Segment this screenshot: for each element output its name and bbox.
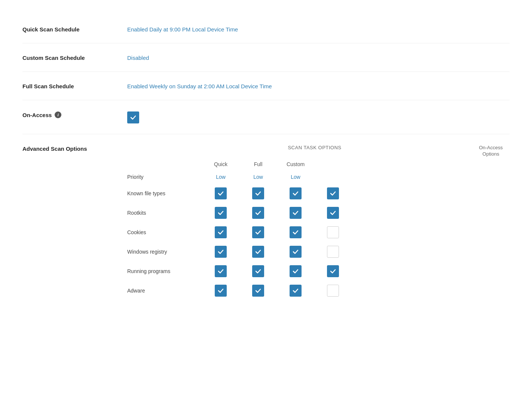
table-row: Known file types <box>127 184 510 203</box>
on-access-checkbox[interactable] <box>127 111 139 123</box>
on-access-info-icon[interactable]: i <box>55 111 61 118</box>
table-row: Cookies <box>127 223 510 242</box>
cell-quick <box>202 226 239 238</box>
check-icon <box>217 248 224 255</box>
row-label: Adware <box>127 288 202 294</box>
checkbox-checked[interactable] <box>290 285 302 297</box>
cell-on-access <box>314 207 352 219</box>
row-label: Running programs <box>127 268 202 274</box>
check-icon <box>292 190 299 197</box>
checkbox-empty[interactable] <box>327 246 339 258</box>
quick-scan-row: Quick Scan Schedule Enabled Daily at 9:0… <box>22 15 510 43</box>
check-icon <box>217 268 224 275</box>
cell-quick <box>202 207 239 219</box>
checkbox-checked[interactable] <box>327 207 339 219</box>
row-label: Cookies <box>127 229 202 235</box>
checkbox-checked[interactable] <box>327 187 339 199</box>
cell-custom <box>277 226 314 238</box>
cell-custom <box>277 265 314 277</box>
col-header-custom: Custom <box>277 161 314 167</box>
table-row: Priority Low Low Low <box>127 170 510 184</box>
checkbox-checked[interactable] <box>215 265 227 277</box>
cell-full <box>239 187 277 199</box>
checkbox-checked[interactable] <box>215 207 227 219</box>
check-icon <box>292 229 299 236</box>
checkbox-checked[interactable] <box>327 265 339 277</box>
check-icon <box>130 114 137 121</box>
advanced-scan-table: SCAN TASK OPTIONS On-Access Options Quic… <box>127 145 510 300</box>
checkbox-checked[interactable] <box>290 226 302 238</box>
checkbox-checked[interactable] <box>252 246 264 258</box>
cell-on-access <box>314 285 352 297</box>
col-header-full: Full <box>239 161 277 167</box>
checkbox-checked[interactable] <box>252 187 264 199</box>
check-icon <box>255 287 262 294</box>
custom-scan-row: Custom Scan Schedule Disabled <box>22 43 510 72</box>
check-icon <box>255 209 262 216</box>
table-row: Rootkits <box>127 203 510 223</box>
data-rows-container: Priority Low Low Low Known file types <box>127 170 510 300</box>
full-scan-value[interactable]: Enabled Weekly on Sunday at 2:00 AM Loca… <box>127 82 510 89</box>
checkbox-checked[interactable] <box>290 207 302 219</box>
check-icon <box>217 287 224 294</box>
checkbox-checked[interactable] <box>252 285 264 297</box>
cell-full <box>239 226 277 238</box>
cell-custom <box>277 285 314 297</box>
row-label: Windows registry <box>127 249 202 255</box>
check-icon <box>292 248 299 255</box>
check-icon <box>217 209 224 216</box>
cell-custom <box>277 246 314 258</box>
check-icon <box>217 229 224 236</box>
cell-full <box>239 207 277 219</box>
cell-full: Low <box>239 174 277 180</box>
custom-scan-label: Custom Scan Schedule <box>22 54 127 61</box>
priority-custom-link[interactable]: Low <box>291 174 300 180</box>
checkbox-checked[interactable] <box>252 265 264 277</box>
checkbox-checked[interactable] <box>215 246 227 258</box>
checkbox-checked[interactable] <box>290 246 302 258</box>
checkbox-checked[interactable] <box>215 187 227 199</box>
check-icon <box>255 229 262 236</box>
table-row: Windows registry <box>127 242 510 261</box>
on-access-label-container: On-Access i <box>22 111 127 118</box>
cell-quick <box>202 187 239 199</box>
cell-quick: Low <box>202 174 239 180</box>
custom-scan-value[interactable]: Disabled <box>127 54 510 61</box>
advanced-scan-label: Advanced Scan Options <box>22 145 127 152</box>
quick-scan-value[interactable]: Enabled Daily at 9:00 PM Local Device Ti… <box>127 25 510 33</box>
row-label: Known file types <box>127 190 202 196</box>
full-scan-label: Full Scan Schedule <box>22 82 127 89</box>
table-row: Adware <box>127 281 510 300</box>
cell-custom: Low <box>277 174 314 180</box>
settings-container: Quick Scan Schedule Enabled Daily at 9:0… <box>0 0 532 326</box>
cell-on-access <box>314 246 352 258</box>
column-headers: Quick Full Custom <box>127 161 510 167</box>
check-icon <box>330 268 336 275</box>
cell-on-access <box>314 265 352 277</box>
full-scan-row: Full Scan Schedule Enabled Weekly on Sun… <box>22 72 510 100</box>
priority-full-link[interactable]: Low <box>253 174 263 180</box>
checkbox-checked[interactable] <box>252 226 264 238</box>
priority-quick-link[interactable]: Low <box>216 174 226 180</box>
check-icon <box>330 209 336 216</box>
checkbox-empty[interactable] <box>327 226 339 238</box>
table-row: Running programs <box>127 261 510 281</box>
col-header-quick: Quick <box>202 161 239 167</box>
checkbox-checked[interactable] <box>290 187 302 199</box>
cell-custom <box>277 207 314 219</box>
checkbox-checked[interactable] <box>290 265 302 277</box>
checkbox-checked[interactable] <box>215 226 227 238</box>
checkbox-checked[interactable] <box>215 285 227 297</box>
check-icon <box>255 190 262 197</box>
cell-custom <box>277 187 314 199</box>
cell-full <box>239 285 277 297</box>
cell-quick <box>202 265 239 277</box>
cell-quick <box>202 246 239 258</box>
check-icon <box>292 268 299 275</box>
checkbox-empty[interactable] <box>327 285 339 297</box>
cell-full <box>239 246 277 258</box>
on-access-row: On-Access i <box>22 100 510 134</box>
check-icon <box>292 209 299 216</box>
scan-task-header: SCAN TASK OPTIONS <box>202 145 472 150</box>
checkbox-checked[interactable] <box>252 207 264 219</box>
